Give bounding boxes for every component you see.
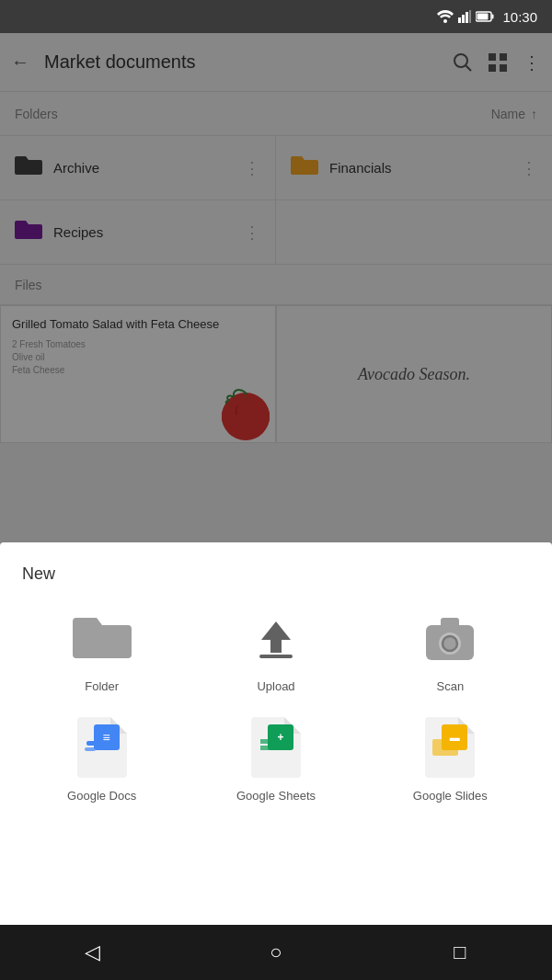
nav-home-button[interactable]: ○ <box>253 929 299 975</box>
nav-back-button[interactable]: ◁ <box>69 929 115 975</box>
new-google-sheets-icon: + <box>244 715 308 780</box>
new-label: New <box>0 564 552 606</box>
svg-point-22 <box>443 636 457 651</box>
new-items-grid: Folder Upload <box>0 606 552 803</box>
nav-square-button[interactable]: □ <box>437 929 483 975</box>
svg-rect-18 <box>259 655 293 658</box>
battery-icon <box>476 11 494 22</box>
svg-rect-6 <box>477 14 489 20</box>
new-item-folder[interactable]: Folder <box>15 606 189 693</box>
new-item-scan[interactable]: Scan <box>363 606 537 693</box>
new-scan-label: Scan <box>437 679 465 693</box>
google-docs-badge: ≡ <box>94 724 120 750</box>
new-item-upload[interactable]: Upload <box>189 606 362 693</box>
svg-point-0 <box>443 19 447 23</box>
new-item-google-docs[interactable]: ≡ Google Docs <box>15 715 189 803</box>
new-google-docs-label: Google Docs <box>67 789 136 803</box>
google-sheets-badge: + <box>268 724 293 750</box>
svg-marker-17 <box>261 621 291 653</box>
folder-new-svg <box>73 614 132 662</box>
new-google-docs-icon: ≡ <box>70 715 134 780</box>
nav-bar: ◁ ○ □ <box>0 925 552 980</box>
status-bar: 10:30 <box>0 0 552 33</box>
new-scan-icon <box>418 606 482 670</box>
new-upload-label: Upload <box>257 679 294 693</box>
new-item-google-slides[interactable]: ▬ Google Slides <box>363 715 537 803</box>
svg-rect-2 <box>462 15 465 23</box>
new-bottom-sheet: New Folder Upload <box>0 542 552 925</box>
new-item-google-sheets[interactable]: + Google Sheets <box>189 715 362 803</box>
svg-rect-20 <box>441 618 459 629</box>
signal-icon <box>458 10 471 23</box>
svg-rect-1 <box>458 17 461 23</box>
status-icons: 10:30 <box>437 9 537 25</box>
new-folder-label: Folder <box>85 679 119 693</box>
wifi-icon <box>437 10 454 23</box>
svg-rect-4 <box>469 10 471 23</box>
new-google-slides-icon: ▬ <box>418 715 482 780</box>
new-google-slides-label: Google Slides <box>413 789 488 803</box>
svg-rect-7 <box>492 15 494 19</box>
upload-arrow-svg <box>256 618 296 658</box>
google-slides-badge: ▬ <box>442 724 467 750</box>
status-time: 10:30 <box>502 9 537 25</box>
camera-svg <box>422 614 477 662</box>
new-upload-icon <box>244 606 308 670</box>
new-folder-icon <box>70 606 134 670</box>
new-google-sheets-label: Google Sheets <box>236 789 316 803</box>
svg-rect-3 <box>466 12 468 23</box>
